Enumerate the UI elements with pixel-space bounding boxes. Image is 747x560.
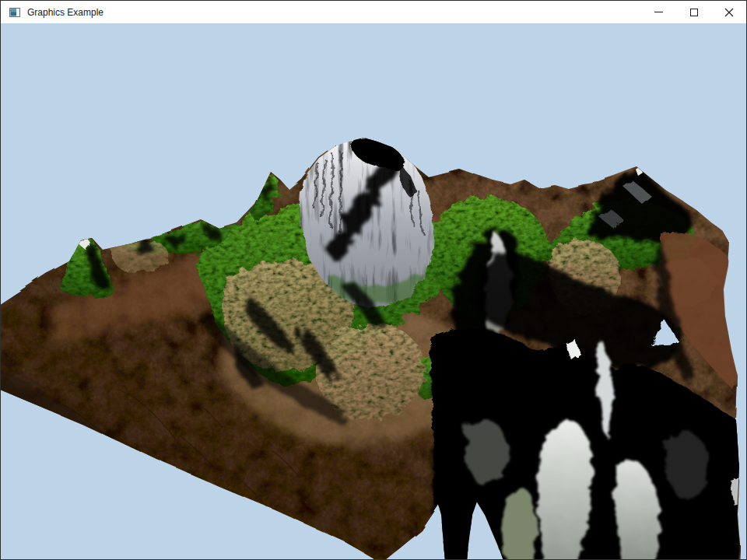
minimize-button[interactable] <box>641 1 676 23</box>
title-bar[interactable]: Graphics Example <box>1 1 746 23</box>
maximize-button[interactable] <box>676 1 711 23</box>
close-button[interactable] <box>711 1 746 23</box>
window-title: Graphics Example <box>27 7 641 18</box>
maximize-icon <box>690 9 698 16</box>
close-icon <box>724 8 734 17</box>
app-icon <box>9 6 21 19</box>
minimize-icon <box>654 12 663 12</box>
terrain-render <box>1 23 746 560</box>
app-window: Graphics Example <box>0 0 747 560</box>
render-viewport[interactable] <box>1 23 746 559</box>
